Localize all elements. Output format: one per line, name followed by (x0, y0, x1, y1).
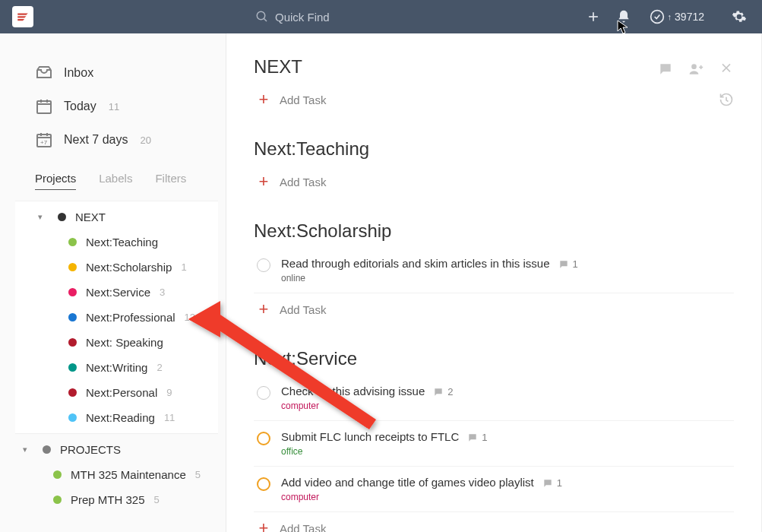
tools-icon[interactable] (719, 62, 734, 79)
task-text: Check on this advising issue (281, 385, 425, 397)
share-icon[interactable] (688, 62, 704, 79)
svg-point-14 (691, 64, 697, 69)
task-comments[interactable]: 1 (558, 258, 578, 270)
project-count: 5 (195, 469, 201, 480)
task-comments[interactable]: 2 (432, 386, 453, 397)
sidebar-tabs: Projects Labels Filters (0, 157, 226, 190)
project-color-dot (53, 470, 62, 479)
project-count: 5 (154, 494, 160, 505)
project-actions (658, 62, 734, 79)
sidebar-project-item[interactable]: Next:Teaching (15, 230, 218, 255)
main-content: NEXT + Add Task Next:Teaching+ Add TaskN… (226, 33, 762, 532)
calendar-week-icon: +7 (35, 131, 53, 149)
task-checkbox[interactable] (257, 386, 270, 400)
task-row[interactable]: Check on this advising issue 2 computer (254, 375, 734, 421)
tab-projects[interactable]: Projects (35, 172, 76, 190)
task-label[interactable]: computer (281, 401, 731, 411)
history-icon[interactable] (719, 92, 734, 107)
project-color-dot (58, 213, 66, 221)
topbar: Quick Find ↑ 39712 (0, 0, 762, 33)
task-label[interactable]: online (281, 273, 731, 283)
add-task-label: Add Task (280, 522, 326, 533)
svg-line-1 (264, 18, 267, 21)
plus-icon: + (257, 91, 270, 108)
project-next[interactable]: ▾ NEXT (15, 204, 218, 230)
task-checkbox[interactable] (257, 432, 270, 445)
sidebar-project-item[interactable]: Next:Professional 12 (15, 305, 218, 330)
project-count: 2 (157, 362, 162, 373)
sidebar-project-item[interactable]: Next:Service 3 (15, 280, 218, 305)
nav-count: 20 (140, 135, 150, 146)
task-text: Submit FLC lunch receipts to FTLC (281, 430, 459, 443)
task-comments[interactable]: 1 (466, 432, 487, 443)
plus-icon: + (257, 520, 270, 532)
svg-point-4 (650, 11, 663, 24)
project-name: Prep MTH 325 (71, 493, 145, 506)
add-task-icon[interactable] (583, 6, 604, 27)
nav-label: Next 7 days (64, 133, 128, 147)
project-color-dot (68, 263, 77, 271)
task-text: Read through editorials and skim article… (281, 257, 550, 270)
task-label[interactable]: office (281, 446, 731, 457)
project-color-dot (68, 288, 77, 296)
quick-find[interactable]: Quick Find (255, 10, 330, 24)
nav-count: 11 (109, 101, 119, 112)
add-task-label: Add Task (280, 176, 326, 188)
project-name: Next: Speaking (86, 336, 163, 349)
project-name: Next:Teaching (86, 236, 158, 249)
nav-label: Today (64, 100, 96, 113)
project-name: Next:Personal (86, 386, 157, 399)
add-task-label: Add Task (280, 303, 326, 316)
sidebar-project-item[interactable]: Next: Speaking (15, 330, 218, 355)
task-checkbox[interactable] (257, 477, 270, 491)
project-name: MTH 325 Maintenance (71, 468, 186, 481)
gear-icon[interactable] (729, 6, 750, 27)
add-task-button[interactable]: + Add Task (254, 512, 734, 532)
sidebar-project-item[interactable]: Next:Writing 2 (15, 355, 218, 380)
add-task-button[interactable]: + Add Task (254, 84, 329, 116)
plus-icon: + (257, 301, 270, 318)
sidebar-project-item[interactable]: Next:Personal 9 (15, 380, 218, 405)
task-comments[interactable]: 1 (542, 477, 562, 489)
project-name: Next:Scholarship (86, 261, 172, 274)
task-row[interactable]: Submit FLC lunch receipts to FTLC 1 offi… (254, 421, 734, 467)
project-projects[interactable]: ▾ PROJECTS (0, 437, 226, 462)
add-task-label: Add Task (280, 93, 326, 106)
section-title: Next:Teaching (254, 138, 734, 160)
task-row[interactable]: Add video and change title of games vide… (254, 467, 734, 512)
project-name: Next:Reading (86, 411, 155, 424)
project-count: 1 (181, 261, 186, 273)
project-name: Next:Service (86, 286, 150, 299)
sidebar-project-item[interactable]: Prep MTH 325 5 (0, 487, 226, 512)
project-color-dot (68, 363, 77, 372)
add-task-button[interactable]: + Add Task (254, 166, 734, 198)
project-color-dot (43, 445, 51, 454)
project-color-dot (68, 313, 77, 321)
app-logo[interactable] (12, 6, 33, 27)
nav-today[interactable]: Today 11 (0, 90, 226, 123)
project-name: PROJECTS (60, 443, 121, 456)
sidebar-project-item[interactable]: Next:Scholarship 1 (15, 255, 218, 280)
search-placeholder: Quick Find (275, 11, 330, 24)
nav-next7days[interactable]: +7 Next 7 days 20 (0, 123, 226, 157)
svg-point-0 (257, 11, 265, 20)
section-title: Next:Scholarship (254, 220, 734, 242)
project-color-dot (68, 388, 77, 397)
notifications-icon[interactable] (613, 6, 634, 27)
tab-labels[interactable]: Labels (99, 172, 132, 190)
add-task-button[interactable]: + Add Task (254, 293, 734, 325)
tab-filters[interactable]: Filters (155, 172, 186, 190)
sidebar: Inbox Today 11 +7 Next 7 days 20 Project… (0, 33, 226, 532)
project-color-dot (68, 338, 77, 347)
project-count: 3 (160, 287, 165, 298)
project-name: Next:Writing (86, 361, 147, 374)
sidebar-project-item[interactable]: Next:Reading 11 (15, 405, 218, 430)
comments-icon[interactable] (658, 62, 673, 79)
sidebar-project-item[interactable]: MTH 325 Maintenance 5 (0, 462, 226, 487)
karma-display[interactable]: ↑ 39712 (650, 9, 704, 24)
task-checkbox[interactable] (257, 258, 270, 272)
task-row[interactable]: Read through editorials and skim article… (254, 248, 734, 293)
nav-inbox[interactable]: Inbox (0, 56, 226, 90)
task-label[interactable]: computer (281, 492, 731, 502)
project-color-dot (68, 238, 77, 246)
